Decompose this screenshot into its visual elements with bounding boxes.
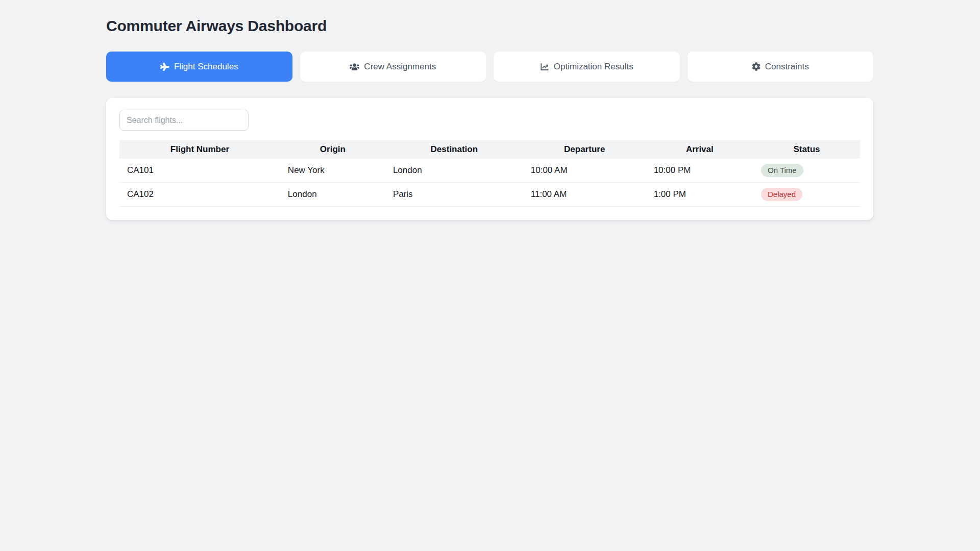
cell-destination: London xyxy=(385,159,523,183)
tab-label: Flight Schedules xyxy=(174,62,238,72)
cell-status: Delayed xyxy=(753,183,860,207)
flights-table: Flight Number Origin Destination Departu… xyxy=(119,140,860,207)
tab-crew-assignments[interactable]: Crew Assignments xyxy=(300,52,486,82)
cell-arrival: 1:00 PM xyxy=(646,183,753,207)
table-row: CA101 New York London 10:00 AM 10:00 PM … xyxy=(119,159,860,183)
column-header-destination: Destination xyxy=(385,140,523,159)
users-icon xyxy=(350,63,359,71)
table-row: CA102 London Paris 11:00 AM 1:00 PM Dela… xyxy=(119,183,860,207)
tab-label: Constraints xyxy=(765,62,809,72)
tab-optimization-results[interactable]: Optimization Results xyxy=(494,52,680,82)
flight-schedules-panel: Flight Number Origin Destination Departu… xyxy=(106,98,873,220)
column-header-arrival: Arrival xyxy=(646,140,753,159)
cell-destination: Paris xyxy=(385,183,523,207)
cell-status: On Time xyxy=(753,159,860,183)
tab-label: Crew Assignments xyxy=(364,62,436,72)
column-header-status: Status xyxy=(753,140,860,159)
status-badge: Delayed xyxy=(761,188,802,201)
column-header-departure: Departure xyxy=(523,140,646,159)
table-header-row: Flight Number Origin Destination Departu… xyxy=(119,140,860,159)
cell-departure: 11:00 AM xyxy=(523,183,646,207)
cell-flight-number: CA101 xyxy=(119,159,280,183)
tab-label: Optimization Results xyxy=(554,62,633,72)
chart-line-icon xyxy=(540,62,549,71)
tab-flight-schedules[interactable]: Flight Schedules xyxy=(106,52,292,82)
cell-origin: New York xyxy=(280,159,385,183)
column-header-origin: Origin xyxy=(280,140,385,159)
dashboard-page: Commuter Airways Dashboard Flight Schedu… xyxy=(0,0,980,220)
tab-constraints[interactable]: Constraints xyxy=(688,52,874,82)
cell-departure: 10:00 AM xyxy=(523,159,646,183)
cell-flight-number: CA102 xyxy=(119,183,280,207)
tab-bar: Flight Schedules Crew Assignments Optimi… xyxy=(106,52,873,82)
gear-icon xyxy=(752,62,761,71)
column-header-flight-number: Flight Number xyxy=(119,140,280,159)
cell-arrival: 10:00 PM xyxy=(646,159,753,183)
cell-origin: London xyxy=(280,183,385,207)
search-input[interactable] xyxy=(119,110,249,131)
status-badge: On Time xyxy=(761,164,803,177)
plane-icon xyxy=(160,62,169,71)
page-title: Commuter Airways Dashboard xyxy=(106,17,873,35)
